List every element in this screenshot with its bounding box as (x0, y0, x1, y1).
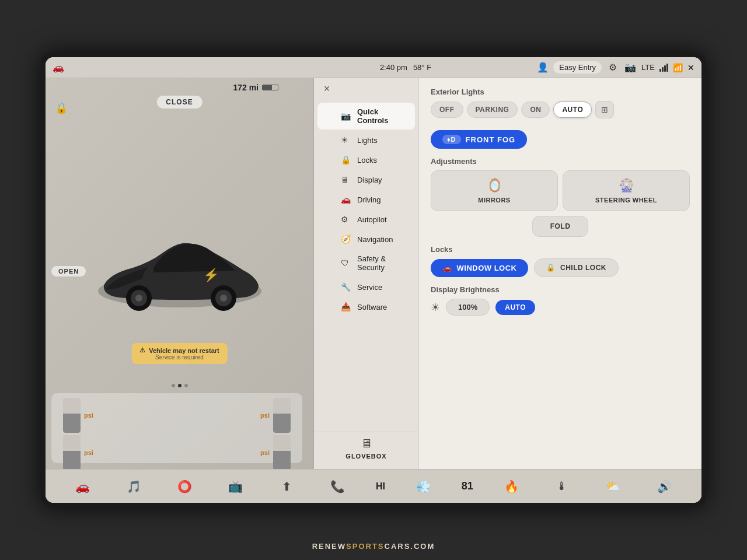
adjustments-grid: 🪞 MIRRORS 🎡 STEERING WHEEL (431, 170, 690, 211)
warning-title: Vehicle may not restart (149, 347, 219, 354)
taskbar-volume-icon[interactable]: 🔊 (651, 474, 677, 499)
taskbar-media-icon[interactable]: ⭕ (172, 474, 197, 499)
car-icon: 🚗 (53, 62, 64, 73)
hi-label: HI (376, 481, 385, 492)
tire-tr-label: psi (260, 412, 270, 419)
window-lock-button[interactable]: 🚗 WINDOW LOCK (431, 259, 528, 277)
range-value: 172 mi (233, 83, 259, 92)
menu-item-lights[interactable]: ☀ Lights (317, 131, 415, 149)
child-lock-label: CHILD LOCK (560, 264, 606, 272)
front-fog-button[interactable]: ♦D FRONT FOG (431, 130, 527, 149)
taskbar-fan-icon[interactable]: 💨 (410, 474, 436, 499)
dot-3 (184, 384, 188, 387)
watermark-sports: SPORTS (346, 542, 384, 551)
child-lock-icon: 🔓 (546, 264, 556, 272)
taskbar-rear-defrost-icon[interactable]: ⛅ (601, 474, 626, 499)
taskbar: 🚗 🎵 ⭕ 📺 ⬆ 📞 HI 💨 81 🔥 🌡 ⛅ 🔊 (46, 469, 701, 503)
temp-hi-display: HI (376, 481, 385, 492)
taskbar-heat-icon[interactable]: 🔥 (498, 474, 524, 499)
car-svg: ⚡ (86, 209, 273, 326)
status-bar-left: 🚗 (53, 62, 341, 73)
steering-wheel-button[interactable]: 🎡 STEERING WHEEL (563, 170, 690, 211)
fold-button[interactable]: FOLD (532, 216, 589, 237)
taskbar-car-icon[interactable]: 🚗 (70, 474, 96, 499)
brightness-auto-button[interactable]: AUTO (495, 300, 535, 315)
menu-item-driving[interactable]: 🚗 Driving (317, 190, 415, 209)
menu-item-display[interactable]: 🖥 Display (317, 170, 415, 189)
menu-item-service[interactable]: 🔧 Service (317, 278, 415, 296)
menu-item-autopilot[interactable]: ⚙ Autopilot (317, 210, 415, 229)
light-btn-auto[interactable]: AUTO (553, 102, 592, 118)
menu-label-navigation: Navigation (357, 235, 393, 244)
tire-tl-label: psi (84, 412, 93, 419)
left-panel: 172 mi 🔒 CLOSE OPEN (46, 78, 314, 469)
time-display: 2:40 pm (380, 63, 407, 72)
menu-label-safety: Safety & Security (357, 254, 406, 272)
dot-1 (172, 384, 175, 387)
light-extra-button[interactable]: ⊞ (595, 101, 614, 118)
status-bar: 🚗 2:40 pm 58° F 👤 Easy Entry ⚙ 📷 LTE (46, 57, 701, 78)
menu-item-navigation[interactable]: 🧭 Navigation (317, 230, 415, 249)
tire-bottom-right: psi (178, 435, 291, 469)
safety-icon: 🛡 (341, 258, 351, 268)
locks-section: Locks 🚗 WINDOW LOCK 🔓 CHILD LOCK (431, 245, 690, 277)
taskbar-defrost-icon[interactable]: 🌡 (549, 474, 575, 499)
range-display: 172 mi (233, 83, 278, 92)
open-button[interactable]: OPEN (51, 266, 86, 276)
menu-label-display: Display (357, 176, 382, 184)
fold-row: FOLD (431, 216, 690, 237)
watermark: RENEWSPORTSCARS.COM (0, 540, 747, 553)
brightness-value: 100% (446, 299, 490, 316)
close-button[interactable]: CLOSE (156, 96, 202, 108)
close-menu-button[interactable]: × (320, 82, 334, 96)
steering-label: STEERING WHEEL (595, 197, 657, 204)
dot-2 (178, 384, 181, 387)
warning-icon: ⚠ (139, 346, 145, 354)
menu-label-software: Software (357, 303, 387, 312)
easy-entry-button[interactable]: Easy Entry (553, 61, 602, 74)
menu-label-lights: Lights (357, 136, 378, 145)
svg-point-6 (220, 295, 227, 302)
taskbar-music-icon[interactable]: 🎵 (121, 474, 146, 499)
signal-bar-2 (662, 67, 664, 72)
signal-bars (659, 64, 668, 72)
menu-item-locks[interactable]: 🔒 Locks (317, 150, 415, 169)
warning-banner: ⚠ Vehicle may not restart Service is req… (131, 343, 227, 364)
watermark-renew: RENEW (312, 542, 346, 551)
tire-pressure-section: psi psi psi psi (51, 393, 302, 463)
lock-icon-top[interactable]: 🔒 (55, 102, 68, 114)
navigation-icon: 🧭 (341, 235, 351, 244)
locks-title: Locks (431, 245, 690, 254)
settings-icon[interactable]: ⚙ (606, 61, 619, 74)
light-btn-on[interactable]: ON (521, 102, 550, 118)
taskbar-nav-icon[interactable]: ⬆ (274, 474, 299, 499)
child-lock-button[interactable]: 🔓 CHILD LOCK (534, 258, 619, 277)
light-btn-parking[interactable]: PARKING (467, 102, 518, 118)
menu-label-driving: Driving (357, 195, 381, 204)
camera-icon[interactable]: 📷 (624, 61, 637, 74)
adjustments-title: Adjustments (431, 157, 690, 166)
light-btn-off[interactable]: OFF (431, 102, 463, 118)
window-lock-icon: 🚗 (442, 264, 452, 272)
glovebox-button[interactable]: 🖥 GLOVEBOX (314, 432, 418, 464)
menu-item-software[interactable]: 📥 Software (317, 298, 415, 316)
tire-bl-label: psi (84, 449, 93, 456)
dots-row (172, 384, 188, 387)
display-brightness-section: Display Brightness ☀ 100% AUTO (431, 285, 690, 316)
right-panel: Exterior Lights OFF PARKING ON AUTO ⊞ ♦D… (419, 78, 701, 469)
mirrors-label: MIRRORS (478, 197, 510, 204)
main-area: 172 mi 🔒 CLOSE OPEN (46, 78, 701, 469)
tire-top-right: psi (178, 398, 291, 433)
taskbar-phone-icon[interactable]: 📞 (325, 474, 351, 499)
menu-item-quick-controls[interactable]: 📷 Quick Controls (317, 103, 415, 130)
menu-item-safety[interactable]: 🛡 Safety & Security (317, 250, 415, 276)
light-buttons-row: OFF PARKING ON AUTO ⊞ (431, 101, 690, 118)
bluetooth-icon: ✕ (687, 63, 694, 72)
display-icon: 🖥 (341, 175, 351, 184)
status-bar-center: 2:40 pm 58° F (341, 63, 470, 72)
mirrors-button[interactable]: 🪞 MIRRORS (431, 170, 558, 211)
person-icon: 👤 (537, 62, 549, 73)
tire-top-left: psi (63, 398, 176, 433)
fog-label: FRONT FOG (466, 135, 516, 144)
taskbar-screen-icon[interactable]: 📺 (223, 474, 249, 499)
